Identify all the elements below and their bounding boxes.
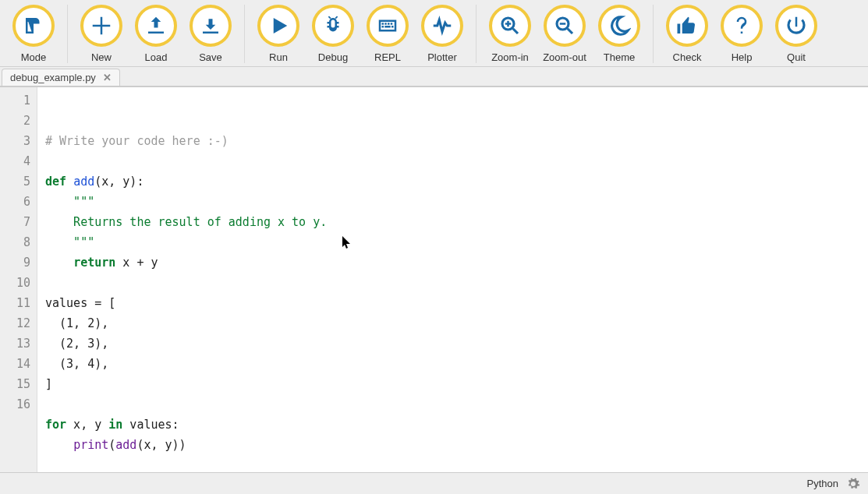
debug-label: Debug: [318, 51, 348, 63]
save-label: Save: [199, 51, 222, 63]
bug-icon: [312, 5, 354, 47]
load-button[interactable]: Load: [132, 5, 180, 63]
status-bar: Python: [0, 472, 868, 494]
zoom-in-icon: [489, 5, 531, 47]
zoom-in-label: Zoom-in: [491, 51, 529, 63]
new-label: New: [91, 51, 112, 63]
zoom-in-button[interactable]: Zoom-in: [486, 5, 534, 63]
zoom-out-button[interactable]: Zoom-out: [540, 5, 589, 63]
zoom-out-label: Zoom-out: [543, 51, 586, 63]
download-icon: [190, 5, 232, 47]
load-label: Load: [145, 51, 168, 63]
toolbar: Mode New Load Save Run: [0, 0, 868, 67]
gear-icon[interactable]: [846, 477, 860, 491]
new-button[interactable]: New: [77, 5, 126, 63]
zoom-out-icon: [544, 5, 586, 47]
status-language: Python: [807, 478, 838, 489]
tab-filename: debug_example.py: [10, 72, 96, 83]
run-button[interactable]: Run: [254, 5, 303, 63]
quit-button[interactable]: Quit: [772, 5, 820, 63]
code-area[interactable]: # Write your code here :-) def add(x, y)…: [37, 87, 868, 472]
help-label: Help: [732, 51, 753, 63]
check-label: Check: [673, 51, 702, 63]
repl-label: REPL: [374, 51, 401, 63]
help-button[interactable]: Help: [717, 5, 766, 63]
close-icon[interactable]: ✕: [102, 72, 113, 83]
check-button[interactable]: Check: [663, 5, 711, 63]
mode-label: Mode: [21, 51, 47, 63]
run-label: Run: [269, 51, 288, 63]
keyboard-icon: [367, 5, 409, 47]
theme-label: Theme: [604, 51, 635, 63]
file-tab[interactable]: debug_example.py ✕: [2, 69, 120, 86]
mode-button[interactable]: Mode: [9, 5, 58, 63]
plotter-label: Plotter: [427, 51, 457, 63]
plotter-button[interactable]: Plotter: [418, 5, 466, 63]
upload-icon: [135, 5, 177, 47]
plotter-icon: [421, 5, 463, 47]
thumbs-up-icon: [666, 5, 708, 47]
quit-label: Quit: [787, 51, 806, 63]
plus-icon: [80, 5, 122, 47]
power-icon: [775, 5, 817, 47]
tab-bar: debug_example.py ✕: [0, 67, 868, 86]
debug-button[interactable]: Debug: [309, 5, 357, 63]
repl-button[interactable]: REPL: [363, 5, 412, 63]
mode-icon: [12, 5, 55, 47]
editor[interactable]: 12345678910111213141516 # Write your cod…: [0, 86, 868, 472]
line-gutter: 12345678910111213141516: [0, 87, 37, 472]
save-button[interactable]: Save: [186, 5, 235, 63]
moon-icon: [598, 5, 640, 47]
theme-button[interactable]: Theme: [595, 5, 643, 63]
help-icon: [721, 5, 763, 47]
play-icon: [257, 5, 299, 47]
